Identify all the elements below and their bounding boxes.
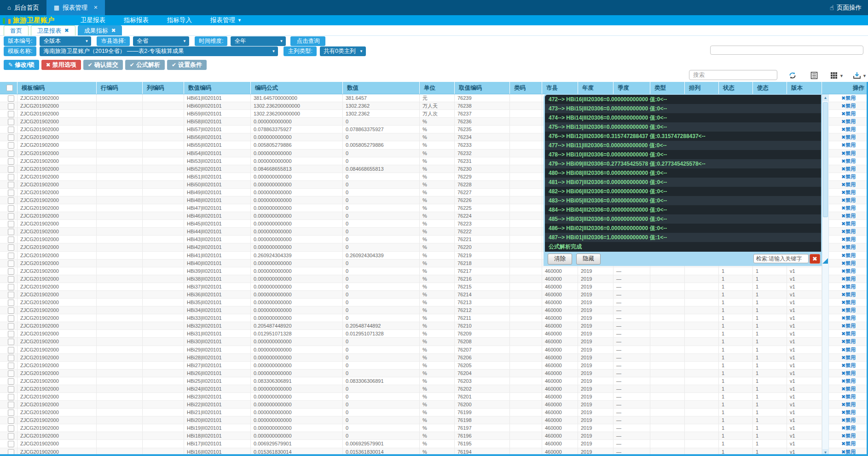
resize-handle[interactable] bbox=[822, 258, 828, 264]
row-checkbox[interactable] bbox=[8, 441, 14, 447]
row-checkbox[interactable] bbox=[8, 331, 14, 337]
disable-action-link[interactable]: ✖禁用 bbox=[841, 150, 856, 157]
row-checkbox[interactable] bbox=[8, 197, 14, 204]
row-checkbox[interactable] bbox=[8, 158, 14, 165]
grid-columns-icon[interactable] bbox=[830, 71, 838, 80]
disable-action-link[interactable]: ✖禁用 bbox=[841, 440, 856, 447]
disable-action-link[interactable]: ✖禁用 bbox=[841, 252, 856, 259]
window-tab-report-mgmt[interactable]: ▦ 报表管理 ✕ bbox=[46, 0, 105, 15]
console-search-input[interactable] bbox=[753, 254, 809, 263]
version-select[interactable]: 全版本▼ bbox=[40, 36, 91, 46]
row-checkbox[interactable] bbox=[8, 127, 14, 133]
time-select[interactable]: 全年▼ bbox=[231, 36, 286, 46]
row-checkbox[interactable] bbox=[8, 268, 14, 275]
modify-lock-button[interactable]: ✎修改/锁 bbox=[4, 60, 39, 70]
menu-item-indicator-import[interactable]: 指标导入 bbox=[167, 16, 192, 24]
search-input[interactable] bbox=[689, 70, 777, 80]
col-header-status[interactable]: 状态 bbox=[719, 82, 753, 94]
row-checkbox[interactable] bbox=[8, 142, 14, 149]
disable-action-link[interactable]: ✖禁用 bbox=[841, 181, 856, 188]
query-button[interactable]: 点击查询 bbox=[290, 36, 325, 46]
row-checkbox[interactable] bbox=[8, 221, 14, 227]
disable-action-link[interactable]: ✖禁用 bbox=[841, 377, 856, 385]
col-header-col-code[interactable]: 列编码 bbox=[143, 82, 184, 94]
chevron-down-icon[interactable]: ▼ bbox=[862, 74, 867, 78]
row-checkbox[interactable] bbox=[8, 150, 14, 157]
row-checkbox[interactable] bbox=[8, 323, 14, 329]
row-checkbox[interactable] bbox=[8, 205, 14, 212]
disable-action-link[interactable]: ✖禁用 bbox=[841, 157, 856, 165]
col-header-class-code[interactable]: 类码 bbox=[510, 82, 542, 94]
page-tab-index[interactable]: 首页 bbox=[4, 25, 29, 35]
disable-action-link[interactable]: ✖禁用 bbox=[841, 393, 856, 400]
disable-action-link[interactable]: ✖禁用 bbox=[841, 126, 856, 133]
disable-action-link[interactable]: ✖禁用 bbox=[841, 369, 856, 377]
close-console-button[interactable]: ✖ bbox=[810, 254, 820, 264]
row-checkbox[interactable] bbox=[8, 292, 14, 298]
disable-action-link[interactable]: ✖禁用 bbox=[841, 94, 856, 102]
row-checkbox[interactable] bbox=[8, 363, 14, 369]
col-header-unit[interactable]: 单位 bbox=[420, 82, 455, 94]
row-checkbox[interactable] bbox=[8, 433, 14, 439]
row-checkbox[interactable] bbox=[8, 300, 14, 306]
row-checkbox[interactable] bbox=[8, 355, 14, 361]
row-checkbox[interactable] bbox=[8, 190, 14, 196]
disable-action-link[interactable]: ✖禁用 bbox=[841, 322, 856, 329]
disable-action-link[interactable]: ✖禁用 bbox=[841, 362, 856, 369]
chevron-down-icon[interactable]: ▼ bbox=[839, 74, 844, 78]
list-view-icon[interactable] bbox=[810, 71, 818, 80]
row-checkbox[interactable] bbox=[8, 119, 14, 125]
col-header-city[interactable]: 市县 bbox=[542, 82, 578, 94]
page-tab-satellite-report[interactable]: 卫星报表 ✖ bbox=[31, 25, 75, 35]
row-checkbox[interactable] bbox=[8, 174, 14, 180]
row-checkbox[interactable] bbox=[8, 378, 14, 385]
row-checkbox[interactable] bbox=[8, 213, 14, 219]
disable-action-link[interactable]: ✖禁用 bbox=[841, 260, 856, 267]
disable-action-link[interactable]: ✖禁用 bbox=[841, 267, 856, 275]
close-icon[interactable]: ✖ bbox=[64, 26, 69, 35]
disable-action-link[interactable]: ✖禁用 bbox=[841, 236, 856, 243]
hide-button[interactable]: 隐藏 bbox=[576, 254, 601, 265]
disable-action-link[interactable]: ✖禁用 bbox=[841, 401, 856, 408]
disable-action-link[interactable]: ✖禁用 bbox=[841, 118, 856, 125]
disable-action-link[interactable]: ✖禁用 bbox=[841, 110, 856, 117]
row-checkbox[interactable] bbox=[8, 244, 14, 251]
page-tab-result-indicators[interactable]: 成果指标 ✖ bbox=[78, 25, 122, 35]
set-condition-button[interactable]: ✔设置条件 bbox=[167, 60, 207, 70]
col-header-quarter[interactable]: 季度 bbox=[613, 82, 650, 94]
row-checkbox[interactable] bbox=[8, 347, 14, 353]
row-checkbox[interactable] bbox=[8, 394, 14, 400]
main-col-select[interactable]: 共有0类主列▼ bbox=[320, 46, 366, 56]
confirm-submit-button[interactable]: ✔确认提交 bbox=[83, 60, 123, 70]
disable-action-link[interactable]: ✖禁用 bbox=[841, 212, 856, 219]
disable-action-link[interactable]: ✖禁用 bbox=[841, 173, 856, 180]
menu-item-satellite-report[interactable]: 卫星报表 bbox=[81, 16, 105, 24]
disable-action-link[interactable]: ✖禁用 bbox=[841, 416, 856, 424]
row-checkbox[interactable] bbox=[8, 260, 14, 267]
row-checkbox[interactable] bbox=[8, 386, 14, 393]
disable-action-link[interactable]: ✖禁用 bbox=[841, 338, 856, 345]
disable-action-link[interactable]: ✖禁用 bbox=[841, 165, 856, 173]
select-all-checkbox[interactable] bbox=[6, 85, 13, 91]
row-checkbox[interactable] bbox=[8, 315, 14, 322]
disable-action-link[interactable]: ✖禁用 bbox=[841, 196, 856, 204]
col-header-template-code[interactable]: 模板编码 bbox=[17, 82, 97, 94]
row-checkbox[interactable] bbox=[8, 370, 14, 377]
disable-action-link[interactable]: ✖禁用 bbox=[841, 299, 856, 306]
disable-action-link[interactable]: ✖禁用 bbox=[841, 243, 856, 251]
refresh-icon[interactable] bbox=[788, 71, 797, 80]
disable-action-link[interactable]: ✖禁用 bbox=[841, 189, 856, 196]
row-checkbox[interactable] bbox=[8, 284, 14, 290]
row-checkbox[interactable] bbox=[8, 410, 14, 416]
row-checkbox[interactable] bbox=[8, 134, 14, 141]
row-checkbox[interactable] bbox=[8, 166, 14, 173]
col-header-order[interactable]: 排列 bbox=[685, 82, 719, 94]
disable-action-link[interactable]: ✖禁用 bbox=[841, 409, 856, 416]
close-icon[interactable]: ✖ bbox=[111, 26, 116, 35]
row-checkbox[interactable] bbox=[8, 339, 14, 345]
disable-action-link[interactable]: ✖禁用 bbox=[841, 133, 856, 141]
export-icon[interactable] bbox=[853, 71, 861, 80]
row-checkbox[interactable] bbox=[8, 417, 14, 424]
disable-action-link[interactable]: ✖禁用 bbox=[841, 220, 856, 227]
disable-action-link[interactable]: ✖禁用 bbox=[841, 346, 856, 353]
